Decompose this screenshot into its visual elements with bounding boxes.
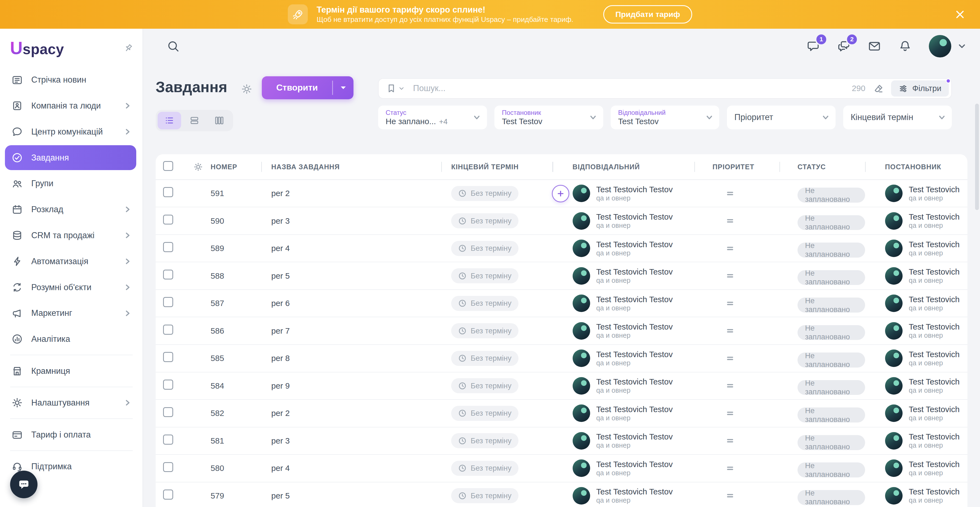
deadline-pill[interactable]: Без терміну (451, 351, 518, 366)
sidebar-item-smart-objects[interactable]: Розумні об'єкти (5, 275, 136, 300)
row-checkbox[interactable] (163, 434, 173, 445)
reporter-name[interactable]: Test Testovich (909, 350, 960, 359)
reporter-avatar[interactable] (885, 322, 902, 340)
reporter-avatar[interactable] (885, 184, 902, 202)
priority-medium-icon[interactable] (724, 435, 736, 446)
view-cards-button[interactable] (183, 112, 206, 129)
priority-medium-icon[interactable] (724, 270, 736, 281)
task-name[interactable]: per 8 (261, 354, 441, 363)
sidebar-item-tasks[interactable]: Завдання (5, 145, 136, 170)
close-icon[interactable] (954, 8, 966, 21)
chevron-down-icon[interactable] (958, 42, 966, 51)
col-header-name[interactable]: НАЗВА ЗАВДАННЯ (261, 163, 441, 171)
reporter-name[interactable]: Test Testovich (909, 185, 960, 194)
table-row[interactable]: 582 per 2 Без терміну Test Testovich Tes… (156, 400, 968, 428)
col-header-responsible[interactable]: ВІДПОВІДАЛЬНИЙ (552, 163, 694, 171)
reporter-name[interactable]: Test Testovich (909, 267, 960, 277)
support-chat-button[interactable] (10, 470, 38, 498)
sidebar-item-billing[interactable]: Тариф і оплата (5, 422, 136, 447)
task-name[interactable]: per 3 (261, 436, 441, 445)
bookmark-chevron-icon[interactable] (398, 85, 405, 92)
status-badge[interactable]: Не заплановано (797, 270, 865, 285)
sidebar-item-schedule[interactable]: Розклад (5, 197, 136, 222)
filter-chip-статус[interactable]: Статус Не заплано...+4 (378, 106, 487, 129)
col-header-priority[interactable]: ПРІОРИТЕТ (694, 163, 780, 171)
priority-medium-icon[interactable] (724, 243, 736, 254)
reporter-name[interactable]: Test Testovich (909, 322, 960, 331)
responsible-name[interactable]: Test Testovich Testov (596, 432, 673, 441)
sidebar-item-crm[interactable]: CRM та продажі (5, 223, 136, 248)
status-badge[interactable]: Не заплановано (797, 188, 865, 203)
deadline-pill[interactable]: Без терміну (451, 241, 518, 256)
chats-icon[interactable]: 2 (837, 40, 851, 53)
table-row[interactable]: 584 per 9 Без терміну Test Testovich Tes… (156, 372, 968, 400)
task-name[interactable]: per 9 (261, 381, 441, 391)
deadline-pill[interactable]: Без терміну (451, 406, 518, 421)
responsible-avatar[interactable] (573, 350, 590, 367)
deadline-pill[interactable]: Без терміну (451, 296, 518, 311)
reporter-avatar[interactable] (885, 404, 902, 422)
deadline-pill[interactable]: Без терміну (451, 213, 518, 228)
table-row[interactable]: 589 per 4 Без терміну Test Testovich Tes… (156, 235, 968, 262)
table-row[interactable]: 586 per 7 Без терміну Test Testovich Tes… (156, 317, 968, 345)
responsible-name[interactable]: Test Testovich Testov (596, 322, 673, 331)
reporter-avatar[interactable] (885, 294, 902, 312)
responsible-avatar[interactable] (573, 322, 590, 340)
reporter-avatar[interactable] (885, 350, 902, 367)
responsible-avatar[interactable] (573, 432, 590, 450)
task-search-bar[interactable]: Пошук... 290 Фільтри (378, 78, 952, 99)
status-badge[interactable]: Не заплановано (797, 407, 865, 423)
responsible-name[interactable]: Test Testovich Testov (596, 460, 673, 469)
reporter-name[interactable]: Test Testovich (909, 377, 960, 386)
responsible-name[interactable]: Test Testovich Testov (596, 350, 673, 359)
sidebar-item-automation[interactable]: Автоматизація (5, 249, 136, 274)
deadline-pill[interactable]: Без терміну (451, 323, 518, 338)
deadline-pill[interactable]: Без терміну (451, 186, 518, 201)
reporter-avatar[interactable] (885, 377, 902, 394)
table-row[interactable]: 585 per 8 Без терміну Test Testovich Tes… (156, 345, 968, 372)
comments-icon[interactable]: 1 (806, 40, 820, 53)
responsible-name[interactable]: Test Testovich Testov (596, 185, 673, 194)
priority-medium-icon[interactable] (724, 325, 736, 336)
reporter-name[interactable]: Test Testovich (909, 240, 960, 249)
filters-button[interactable]: Фільтри (891, 80, 949, 97)
reporter-avatar[interactable] (885, 212, 902, 230)
reporter-name[interactable]: Test Testovich (909, 295, 960, 304)
sidebar-item-company[interactable]: Компанія та люди (5, 93, 136, 118)
priority-medium-icon[interactable] (724, 353, 736, 364)
reporter-avatar[interactable] (885, 240, 902, 257)
status-badge[interactable]: Не заплановано (797, 490, 865, 505)
status-badge[interactable]: Не заплановано (797, 325, 865, 340)
create-task-split-button[interactable]: Створити (262, 76, 353, 100)
status-badge[interactable]: Не заплановано (797, 462, 865, 477)
col-header-reporter[interactable]: ПОСТАНОВНИК (865, 163, 968, 171)
col-header-deadline[interactable]: КІНЦЕВИЙ ТЕРМІН (441, 163, 553, 171)
priority-medium-icon[interactable] (724, 490, 736, 501)
scrollbar-thumb[interactable] (975, 103, 979, 210)
task-name[interactable]: per 4 (261, 244, 441, 253)
responsible-avatar[interactable] (573, 212, 590, 230)
user-avatar[interactable] (929, 35, 951, 57)
deadline-pill[interactable]: Без терміну (451, 378, 518, 393)
status-badge[interactable]: Не заплановано (797, 297, 865, 313)
table-row[interactable]: 587 per 6 Без терміну Test Testovich Tes… (156, 290, 968, 318)
priority-medium-icon[interactable] (724, 463, 736, 474)
add-subtask-button[interactable] (552, 185, 570, 202)
row-checkbox[interactable] (163, 187, 173, 197)
table-row[interactable]: 581 per 3 Без терміну Test Testovich Tes… (156, 428, 968, 455)
page-settings-gear-icon[interactable] (241, 83, 253, 95)
reporter-name[interactable]: Test Testovich (909, 212, 960, 221)
responsible-avatar[interactable] (573, 377, 590, 394)
sidebar-item-groups[interactable]: Групи (5, 171, 136, 196)
sidebar-item-news[interactable]: Стрічка новин (5, 67, 136, 92)
row-checkbox[interactable] (163, 215, 173, 225)
task-name[interactable]: per 5 (261, 271, 441, 281)
responsible-name[interactable]: Test Testovich Testov (596, 267, 673, 277)
responsible-name[interactable]: Test Testovich Testov (596, 405, 673, 414)
saved-filters-bookmark-icon[interactable] (386, 83, 396, 94)
deadline-pill[interactable]: Без терміну (451, 488, 518, 503)
deadline-pill[interactable]: Без терміну (451, 461, 518, 476)
row-checkbox[interactable] (163, 297, 173, 307)
filter-chip-кінцевий-термін[interactable]: Кінцевий термін (843, 106, 952, 129)
status-badge[interactable]: Не заплановано (797, 215, 865, 230)
